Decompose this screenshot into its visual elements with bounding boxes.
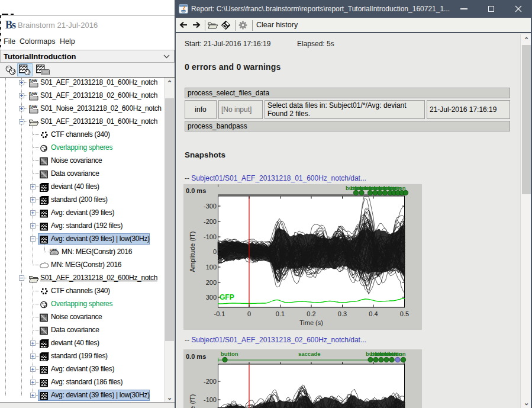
svg-text:0.5: 0.5 xyxy=(400,310,409,317)
svg-text:-100: -100 xyxy=(204,396,217,403)
svg-text:0: 0 xyxy=(213,248,217,255)
svg-text:0.2: 0.2 xyxy=(307,310,315,317)
svg-text:0.3: 0.3 xyxy=(338,310,347,317)
svg-text:button: button xyxy=(221,351,238,357)
svg-text:-200: -200 xyxy=(204,218,217,225)
svg-text:300: 300 xyxy=(206,294,217,301)
svg-text:-100: -100 xyxy=(204,233,217,240)
svg-text:button: button xyxy=(388,351,406,357)
svg-text:-0.1: -0.1 xyxy=(214,310,225,317)
svg-text:0.4: 0.4 xyxy=(369,310,378,317)
svg-text:0.1: 0.1 xyxy=(276,310,285,317)
svg-text:200: 200 xyxy=(206,279,217,286)
svg-text:-200: -200 xyxy=(204,378,217,385)
svg-text:Time (s): Time (s) xyxy=(299,319,323,326)
svg-text:0.0 ms: 0.0 ms xyxy=(186,353,206,360)
svg-text:saccade: saccade xyxy=(298,351,321,357)
svg-text:Amplitude (fT): Amplitude (fT) xyxy=(189,231,196,272)
svg-text:0.0 ms: 0.0 ms xyxy=(186,187,206,194)
svg-text:100: 100 xyxy=(206,264,217,271)
svg-text:-300: -300 xyxy=(204,203,217,210)
svg-text:GFP: GFP xyxy=(220,293,234,301)
svg-text:Amplitude (fT): Amplitude (fT) xyxy=(189,394,196,408)
svg-text:0: 0 xyxy=(247,310,251,317)
